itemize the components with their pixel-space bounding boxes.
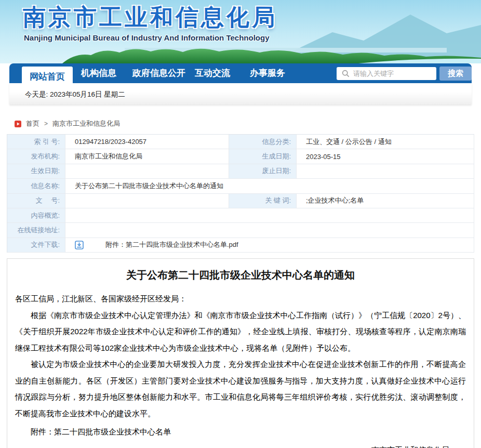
publisher-label: 发布机构: (7, 149, 65, 164)
breadcrumb-current: 南京市工业和信息化局 (52, 119, 120, 128)
notice-article: 关于公布第二十四批市级企业技术中心名单的通知 各区工信局，江北新区、各国家级经开… (7, 258, 474, 448)
download-icon[interactable] (75, 241, 84, 249)
article-title: 关于公布第二十四批市级企业技术中心名单的通知 (15, 268, 466, 282)
category-label: 信息分类: (229, 135, 297, 149)
breadcrumb-separator: > (44, 120, 48, 127)
article-salutation: 各区工信局，江北新区、各国家级经开区经发局： (15, 291, 466, 307)
site-title-en: Nanjing Municipal Bureau of Industry And… (24, 33, 270, 42)
breadcrumb: 首页 > 南京市工业和信息化局 (15, 119, 120, 128)
article-paragraph-1: 根据《南京市市级企业技术中心认定管理办法》和《南京市市级企业技术中心工作指南（试… (15, 307, 466, 357)
generated-date-value: 2023-05-15 (297, 149, 474, 164)
tab-home[interactable]: 网站首页 (22, 67, 73, 90)
online-link-label: 在线链接地址: (7, 223, 65, 238)
article-attachment-line: 附件：第二十四批市级企业技术中心名单 (15, 424, 466, 440)
expire-date-label: 废止日期: (229, 164, 297, 179)
breadcrumb-home[interactable]: 首页 (26, 119, 39, 128)
search-input[interactable] (337, 67, 436, 80)
site-banner: 南京市工业和信息化局 Nanjing Municipal Bureau of I… (0, 0, 481, 63)
home-icon (15, 121, 21, 127)
tab-interaction[interactable]: 互动交流 (192, 63, 233, 83)
site-title-cn: 南京市工业和信息化局 (23, 2, 277, 33)
summary-value (65, 208, 474, 223)
summary-label: 内容概览: (7, 208, 65, 223)
file-download-label: 文件下载: (7, 238, 65, 253)
tab-services[interactable]: 办事服务 (246, 63, 289, 83)
search-button[interactable]: 搜索 (439, 67, 472, 81)
effective-date-label: 生效日期: (7, 164, 65, 179)
keywords-label: 关 键 词: (229, 194, 297, 208)
today-date-text: 今天是: 2023年05月16日 星期二 (9, 83, 472, 99)
index-number-label: 索 引 号: (7, 135, 65, 149)
attachment-link[interactable]: 附件：第二十四批市级企业技术中心名单.pdf (105, 240, 238, 249)
file-download-value: 附件：第二十四批市级企业技术中心名单.pdf (65, 238, 474, 253)
effective-date-value (65, 164, 229, 179)
search-icon (342, 70, 350, 80)
category-value: 工业、交通 / 公示公告 / 通知 (297, 135, 474, 149)
article-signature: 南京市工业和信息化局 (15, 443, 466, 448)
publisher-value: 南京市工业和信息化局 (65, 149, 229, 164)
doc-number-label: 文 号: (7, 194, 65, 208)
document-meta-table: 索 引 号: 012947218/2023-42057 信息分类: 工业、交通 … (7, 134, 474, 253)
online-link-value (65, 223, 474, 238)
date-bar: 今天是: 2023年05月16日 星期二 (9, 83, 472, 104)
expire-date-value (297, 164, 474, 179)
tab-agency-info[interactable]: 机构信息 (76, 63, 122, 83)
doc-number-value (65, 194, 229, 208)
main-nav: 网站首页 机构信息 政府信息公开 互动交流 办事服务 搜索 (9, 63, 472, 83)
tab-gov-info-disclosure[interactable]: 政府信息公开 (131, 63, 187, 83)
info-name-value: 关于公布第二十四批市级企业技术中心名单的通知 (65, 179, 474, 193)
index-number-value: 012947218/2023-42057 (65, 135, 229, 149)
article-paragraph-2: 被认定为市级企业技术中心的企业要加大研发投入力度，充分发挥企业技术中心在促进企业… (15, 356, 466, 421)
generated-date-label: 生成日期: (229, 149, 297, 164)
keywords-value: ;企业技术中心;名单 (297, 194, 474, 208)
info-name-label: 信息名称: (7, 179, 65, 193)
